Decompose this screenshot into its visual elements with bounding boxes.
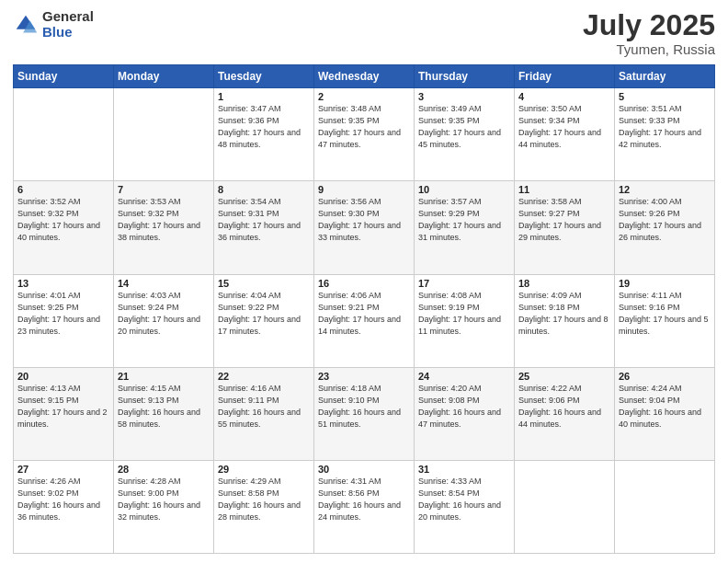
day-info: Sunrise: 4:01 AM Sunset: 9:25 PM Dayligh… (17, 290, 109, 338)
page: General Blue July 2025 Tyumen, Russia Su… (0, 0, 728, 563)
table-row: 7Sunrise: 3:53 AM Sunset: 9:32 PM Daylig… (114, 181, 214, 274)
day-info: Sunrise: 3:48 AM Sunset: 9:35 PM Dayligh… (318, 103, 410, 151)
calendar-location: Tyumen, Russia (583, 41, 715, 57)
day-number: 27 (17, 464, 109, 475)
table-row: 2Sunrise: 3:48 AM Sunset: 9:35 PM Daylig… (314, 88, 415, 181)
day-info: Sunrise: 4:28 AM Sunset: 9:00 PM Dayligh… (118, 476, 210, 523)
table-row: 16Sunrise: 4:06 AM Sunset: 9:21 PM Dayli… (314, 274, 415, 367)
logo-icon (13, 12, 39, 38)
day-info: Sunrise: 3:56 AM Sunset: 9:30 PM Dayligh… (318, 196, 410, 244)
day-number: 23 (318, 371, 410, 382)
day-number: 19 (619, 278, 711, 289)
day-info: Sunrise: 4:22 AM Sunset: 9:06 PM Dayligh… (518, 383, 610, 431)
table-row: 1Sunrise: 3:47 AM Sunset: 9:36 PM Daylig… (214, 88, 314, 181)
table-row: 23Sunrise: 4:18 AM Sunset: 9:10 PM Dayli… (314, 367, 415, 460)
table-row: 3Sunrise: 3:49 AM Sunset: 9:35 PM Daylig… (415, 88, 515, 181)
table-row: 17Sunrise: 4:08 AM Sunset: 9:19 PM Dayli… (415, 274, 515, 367)
table-row: 8Sunrise: 3:54 AM Sunset: 9:31 PM Daylig… (214, 181, 314, 274)
day-number: 31 (418, 464, 510, 475)
table-row: 6Sunrise: 3:52 AM Sunset: 9:32 PM Daylig… (14, 181, 114, 274)
table-row (615, 460, 715, 553)
day-info: Sunrise: 3:50 AM Sunset: 9:34 PM Dayligh… (518, 103, 610, 151)
day-info: Sunrise: 4:33 AM Sunset: 8:54 PM Dayligh… (418, 476, 510, 523)
header-friday: Friday (515, 65, 615, 88)
day-info: Sunrise: 3:52 AM Sunset: 9:32 PM Dayligh… (17, 196, 109, 244)
table-row: 19Sunrise: 4:11 AM Sunset: 9:16 PM Dayli… (615, 274, 715, 367)
day-number: 25 (518, 371, 610, 382)
day-info: Sunrise: 4:16 AM Sunset: 9:11 PM Dayligh… (218, 383, 310, 431)
header-wednesday: Wednesday (314, 65, 415, 88)
day-number: 9 (318, 184, 410, 195)
table-row: 15Sunrise: 4:04 AM Sunset: 9:22 PM Dayli… (214, 274, 314, 367)
day-info: Sunrise: 4:29 AM Sunset: 8:58 PM Dayligh… (218, 476, 310, 523)
table-row: 11Sunrise: 3:58 AM Sunset: 9:27 PM Dayli… (515, 181, 615, 274)
day-number: 1 (218, 91, 310, 102)
header-monday: Monday (114, 65, 214, 88)
day-info: Sunrise: 3:53 AM Sunset: 9:32 PM Dayligh… (118, 196, 210, 244)
table-row: 14Sunrise: 4:03 AM Sunset: 9:24 PM Dayli… (114, 274, 214, 367)
header-thursday: Thursday (415, 65, 515, 88)
day-info: Sunrise: 3:58 AM Sunset: 9:27 PM Dayligh… (518, 196, 610, 244)
calendar-table: Sunday Monday Tuesday Wednesday Thursday… (13, 64, 715, 554)
table-row: 22Sunrise: 4:16 AM Sunset: 9:11 PM Dayli… (214, 367, 314, 460)
day-number: 5 (619, 91, 711, 102)
day-number: 28 (118, 464, 210, 475)
day-number: 26 (619, 371, 711, 382)
day-number: 24 (418, 371, 510, 382)
day-info: Sunrise: 4:08 AM Sunset: 9:19 PM Dayligh… (418, 290, 510, 338)
logo-blue-label: Blue (42, 25, 94, 40)
day-number: 2 (318, 91, 410, 102)
day-number: 22 (218, 371, 310, 382)
day-number: 18 (518, 278, 610, 289)
table-row: 20Sunrise: 4:13 AM Sunset: 9:15 PM Dayli… (14, 367, 114, 460)
day-number: 7 (118, 184, 210, 195)
day-info: Sunrise: 4:20 AM Sunset: 9:08 PM Dayligh… (418, 383, 510, 431)
table-row: 18Sunrise: 4:09 AM Sunset: 9:18 PM Dayli… (515, 274, 615, 367)
table-row: 13Sunrise: 4:01 AM Sunset: 9:25 PM Dayli… (14, 274, 114, 367)
calendar-week-row: 20Sunrise: 4:13 AM Sunset: 9:15 PM Dayli… (14, 367, 715, 460)
calendar-week-row: 6Sunrise: 3:52 AM Sunset: 9:32 PM Daylig… (14, 181, 715, 274)
day-info: Sunrise: 4:26 AM Sunset: 9:02 PM Dayligh… (17, 476, 109, 523)
table-row: 24Sunrise: 4:20 AM Sunset: 9:08 PM Dayli… (415, 367, 515, 460)
day-number: 11 (518, 184, 610, 195)
day-info: Sunrise: 3:47 AM Sunset: 9:36 PM Dayligh… (218, 103, 310, 151)
day-info: Sunrise: 4:09 AM Sunset: 9:18 PM Dayligh… (518, 290, 610, 338)
day-info: Sunrise: 4:00 AM Sunset: 9:26 PM Dayligh… (619, 196, 711, 244)
day-info: Sunrise: 3:49 AM Sunset: 9:35 PM Dayligh… (418, 103, 510, 151)
weekday-header-row: Sunday Monday Tuesday Wednesday Thursday… (14, 65, 715, 88)
day-number: 12 (619, 184, 711, 195)
header-sunday: Sunday (14, 65, 114, 88)
day-number: 3 (418, 91, 510, 102)
day-info: Sunrise: 4:03 AM Sunset: 9:24 PM Dayligh… (118, 290, 210, 338)
day-number: 13 (17, 278, 109, 289)
day-info: Sunrise: 4:06 AM Sunset: 9:21 PM Dayligh… (318, 290, 410, 338)
day-info: Sunrise: 3:57 AM Sunset: 9:29 PM Dayligh… (418, 196, 510, 244)
calendar-title: July 2025 (583, 9, 715, 41)
table-row: 9Sunrise: 3:56 AM Sunset: 9:30 PM Daylig… (314, 181, 415, 274)
calendar-week-row: 27Sunrise: 4:26 AM Sunset: 9:02 PM Dayli… (14, 460, 715, 553)
table-row: 27Sunrise: 4:26 AM Sunset: 9:02 PM Dayli… (14, 460, 114, 553)
table-row: 25Sunrise: 4:22 AM Sunset: 9:06 PM Dayli… (515, 367, 615, 460)
day-info: Sunrise: 4:04 AM Sunset: 9:22 PM Dayligh… (218, 290, 310, 338)
day-number: 29 (218, 464, 310, 475)
table-row: 21Sunrise: 4:15 AM Sunset: 9:13 PM Dayli… (114, 367, 214, 460)
day-info: Sunrise: 4:18 AM Sunset: 9:10 PM Dayligh… (318, 383, 410, 431)
table-row: 31Sunrise: 4:33 AM Sunset: 8:54 PM Dayli… (415, 460, 515, 553)
header-tuesday: Tuesday (214, 65, 314, 88)
day-number: 30 (318, 464, 410, 475)
table-row: 28Sunrise: 4:28 AM Sunset: 9:00 PM Dayli… (114, 460, 214, 553)
table-row: 29Sunrise: 4:29 AM Sunset: 8:58 PM Dayli… (214, 460, 314, 553)
day-info: Sunrise: 4:11 AM Sunset: 9:16 PM Dayligh… (619, 290, 711, 338)
day-number: 15 (218, 278, 310, 289)
table-row: 26Sunrise: 4:24 AM Sunset: 9:04 PM Dayli… (615, 367, 715, 460)
day-number: 16 (318, 278, 410, 289)
header: General Blue July 2025 Tyumen, Russia (13, 9, 715, 57)
table-row (14, 88, 114, 181)
day-info: Sunrise: 3:54 AM Sunset: 9:31 PM Dayligh… (218, 196, 310, 244)
day-number: 6 (17, 184, 109, 195)
table-row (114, 88, 214, 181)
title-block: July 2025 Tyumen, Russia (583, 9, 715, 57)
logo-general-label: General (42, 9, 94, 25)
day-number: 8 (218, 184, 310, 195)
day-info: Sunrise: 4:13 AM Sunset: 9:15 PM Dayligh… (17, 383, 109, 431)
